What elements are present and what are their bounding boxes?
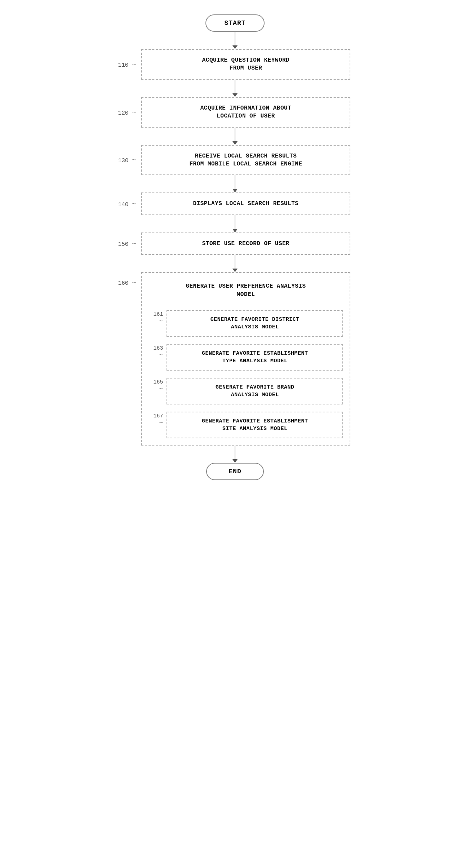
step-row-130: 130 ~ RECEIVE LOCAL SEARCH RESULTS FROM …	[112, 145, 358, 176]
process-box-140: DISPLAYS LOCAL SEARCH RESULTS	[141, 192, 350, 215]
step-row-150: 150 ~ STORE USE RECORD OF USER	[112, 232, 358, 255]
step-row-140: 140 ~ DISPLAYS LOCAL SEARCH RESULTS	[112, 192, 358, 215]
step-content-140: DISPLAYS LOCAL SEARCH RESULTS	[141, 192, 358, 215]
arrow-5	[232, 255, 238, 272]
arrow-4	[232, 215, 238, 232]
step-label-161: 161	[153, 311, 163, 318]
step-label-120: 120 ~	[112, 108, 141, 117]
process-box-130: RECEIVE LOCAL SEARCH RESULTS FROM MOBILE…	[141, 145, 350, 176]
step-label-150: 150 ~	[112, 239, 141, 248]
arrow-2	[232, 128, 238, 145]
step-content-group: GENERATE USER PREFERENCE ANALYSIS MODEL …	[141, 272, 358, 446]
process-box-110: ACQUIRE QUESTION KEYWORD FROM USER	[141, 49, 350, 80]
step-label-130: 130 ~	[112, 155, 141, 164]
step-row-110: 110 ~ ACQUIRE QUESTION KEYWORD FROM USER	[112, 49, 358, 80]
arrow-0	[232, 32, 238, 49]
arrow-6	[232, 446, 238, 463]
step-content-120: ACQUIRE INFORMATION ABOUT LOCATION OF US…	[141, 97, 358, 128]
step-label-163: 163	[153, 345, 163, 351]
step-row-120: 120 ~ ACQUIRE INFORMATION ABOUT LOCATION…	[112, 97, 358, 128]
end-terminal: END	[206, 463, 264, 480]
inner-box-167: GENERATE FAVORITE ESTABLISHMENT SITE ANA…	[167, 412, 343, 438]
step-row-group: 160 ~ GENERATE USER PREFERENCE ANALYSIS …	[112, 272, 358, 446]
step-content-110: ACQUIRE QUESTION KEYWORD FROM USER	[141, 49, 358, 80]
outer-box-160: GENERATE USER PREFERENCE ANALYSIS MODEL …	[141, 272, 350, 446]
inner-box-163: GENERATE FAVORITE ESTABLISHMENT TYPE ANA…	[167, 344, 343, 371]
arrow-1	[232, 80, 238, 97]
start-terminal: START	[205, 14, 264, 32]
step-label-160: 160 ~	[112, 272, 141, 287]
step-label-167: 167	[153, 413, 163, 419]
step-label-165: 165	[153, 379, 163, 385]
step-label-140: 140 ~	[112, 199, 141, 208]
step-content-130: RECEIVE LOCAL SEARCH RESULTS FROM MOBILE…	[141, 145, 358, 176]
arrow-3	[232, 175, 238, 192]
process-box-150: STORE USE RECORD OF USER	[141, 232, 350, 255]
inner-box-165: GENERATE FAVORITE BRAND ANALYSIS MODEL	[167, 378, 343, 404]
outer-title-160: GENERATE USER PREFERENCE ANALYSIS MODEL	[148, 278, 343, 303]
process-box-120: ACQUIRE INFORMATION ABOUT LOCATION OF US…	[141, 97, 350, 128]
inner-box-161: GENERATE FAVORITE DISTRICT ANALYSIS MODE…	[167, 310, 343, 337]
step-label-110: 110 ~	[112, 60, 141, 69]
flowchart: START 110 ~ ACQUIRE QUESTION KEYWORD FRO…	[94, 14, 376, 480]
step-content-150: STORE USE RECORD OF USER	[141, 232, 358, 255]
